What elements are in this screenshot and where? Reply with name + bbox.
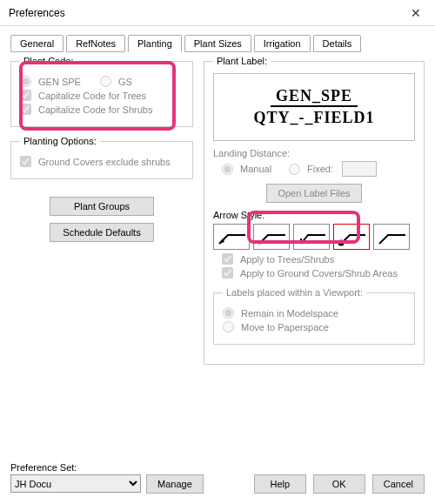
- preference-set-label: Preference Set:: [10, 462, 204, 473]
- arrow-style-label: Arrow Style:: [213, 210, 415, 220]
- radio-manual-label: Manual: [240, 164, 271, 174]
- check-cap-shrubs[interactable]: [20, 104, 31, 115]
- help-button[interactable]: Help: [254, 474, 306, 494]
- svg-point-1: [338, 240, 345, 246]
- check-cap-shrubs-label: Capitalize Code for Shrubs: [38, 104, 152, 115]
- arrow-style-3[interactable]: [293, 224, 330, 250]
- plant-label-legend: Plant Label:: [213, 56, 271, 66]
- arrow-style-row: [213, 224, 415, 250]
- content: General RefNotes Planting Plant Sizes Ir…: [0, 26, 435, 384]
- radio-gen-spe-label: GEN SPE: [38, 77, 81, 87]
- radio-gs[interactable]: [100, 76, 111, 87]
- check-gc-exclude[interactable]: [20, 156, 31, 167]
- check-cap-trees[interactable]: [20, 90, 31, 101]
- titlebar: Preferences ✕: [0, 0, 435, 26]
- tab-refnotes[interactable]: RefNotes: [66, 35, 125, 52]
- radio-move-ps-label: Move to Paperspace: [241, 322, 329, 333]
- close-icon[interactable]: ✕: [397, 0, 435, 26]
- planting-options-group: Planting Options: Ground Covers exclude …: [10, 136, 193, 179]
- arrow-style-4[interactable]: [333, 224, 370, 250]
- landing-distance-label: Landing Distance:: [213, 148, 415, 158]
- label-preview-line2: QTY_-_FIELD1: [253, 107, 374, 127]
- preference-set-select[interactable]: JH Docu: [10, 474, 141, 493]
- tab-details[interactable]: Details: [313, 35, 362, 52]
- tab-irrigation[interactable]: Irrigation: [254, 35, 311, 52]
- label-preview-line1: GEN_SPE: [271, 87, 358, 107]
- radio-gs-label: GS: [118, 77, 132, 87]
- arrow-icon-2: [256, 226, 287, 247]
- tab-general[interactable]: General: [10, 35, 64, 52]
- check-apply-gc[interactable]: [222, 267, 233, 279]
- radio-move-ps[interactable]: [223, 321, 234, 333]
- arrow-icon-5: [376, 226, 407, 247]
- radio-remain-ms[interactable]: [223, 307, 234, 319]
- arrow-style-1[interactable]: [213, 224, 250, 250]
- bottom-bar: Preference Set: JH Docu Manage Help OK C…: [10, 462, 425, 494]
- check-cap-trees-label: Capitalize Code for Trees: [38, 91, 146, 101]
- check-apply-gc-label: Apply to Ground Covers/Shrub Areas: [240, 268, 398, 279]
- plant-groups-button[interactable]: Plant Groups: [50, 197, 154, 216]
- plant-code-group: Plant Code: GEN SPE GS Capitalize Code f…: [10, 56, 193, 127]
- plant-code-legend: Plant Code:: [20, 56, 77, 66]
- schedule-defaults-button[interactable]: Schedule Defaults: [50, 223, 154, 242]
- arrow-style-2[interactable]: [253, 224, 290, 250]
- viewport-group: Labels placed within a Viewport: Remain …: [213, 287, 415, 345]
- arrow-icon-1: [216, 226, 247, 247]
- planting-options-legend: Planting Options:: [20, 136, 100, 146]
- preference-set: Preference Set: JH Docu Manage: [10, 462, 204, 494]
- radio-fixed[interactable]: [289, 164, 300, 175]
- plant-label-group: Plant Label: GEN_SPE QTY_-_FIELD1 Landin…: [204, 56, 425, 365]
- window-title: Preferences: [9, 7, 65, 19]
- radio-fixed-label: Fixed:: [307, 164, 333, 174]
- check-gc-exclude-label: Ground Covers exclude shrubs: [38, 157, 171, 167]
- cancel-button[interactable]: Cancel: [372, 474, 425, 494]
- tab-plantsizes[interactable]: Plant Sizes: [184, 35, 251, 52]
- fixed-value-input[interactable]: [342, 161, 377, 177]
- ok-button[interactable]: OK: [313, 474, 365, 494]
- open-label-files-button[interactable]: Open Label Files: [266, 184, 361, 203]
- tab-planting[interactable]: Planting: [128, 35, 182, 52]
- arrow-style-5[interactable]: [373, 224, 410, 250]
- radio-manual[interactable]: [222, 164, 233, 175]
- arrow-icon-3: [296, 226, 327, 247]
- manage-button[interactable]: Manage: [146, 474, 204, 494]
- check-apply-trees-label: Apply to Trees/Shrubs: [240, 254, 334, 265]
- check-apply-trees[interactable]: [222, 253, 233, 265]
- radio-remain-ms-label: Remain in Modelspace: [241, 308, 338, 319]
- arrow-icon-4: [336, 226, 367, 247]
- label-preview: GEN_SPE QTY_-_FIELD1: [213, 73, 415, 141]
- viewport-legend: Labels placed within a Viewport:: [223, 287, 366, 298]
- radio-gen-spe[interactable]: [20, 76, 31, 87]
- tab-strip: General RefNotes Planting Plant Sizes Ir…: [10, 35, 425, 52]
